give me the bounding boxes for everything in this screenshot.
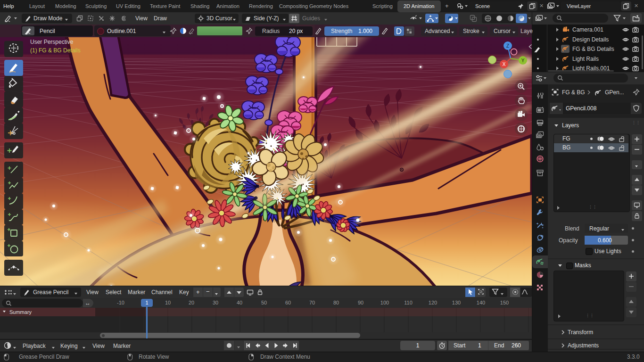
svg-text:Y: Y bbox=[521, 58, 525, 63]
svg-text:X: X bbox=[503, 62, 506, 67]
svg-text:Z: Z bbox=[506, 43, 509, 49]
